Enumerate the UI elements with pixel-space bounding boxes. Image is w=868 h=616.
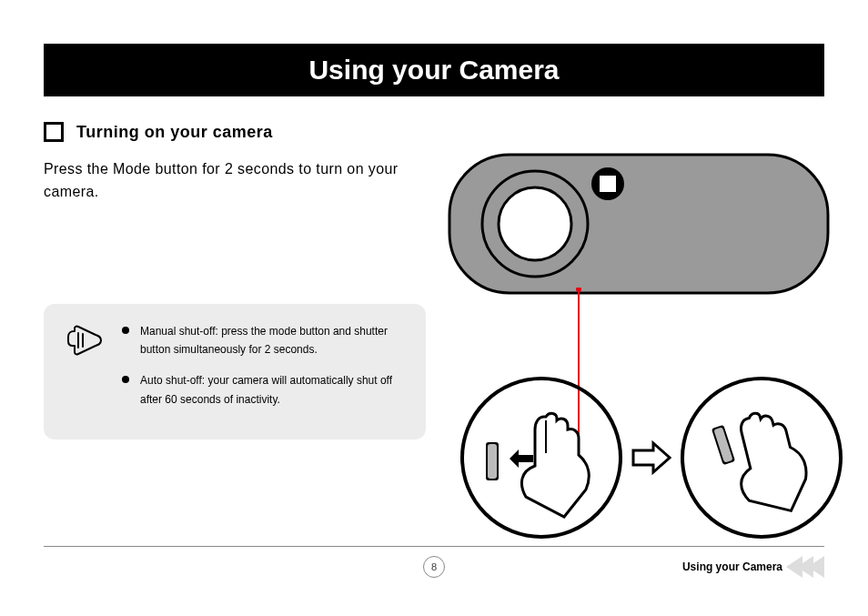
section-marker-icon <box>44 122 64 142</box>
next-arrow-icon <box>631 439 671 476</box>
page-title-banner: Using your Camera <box>44 44 824 96</box>
right-column <box>448 158 824 439</box>
page-footer: 8 Using your Camera <box>44 546 824 578</box>
step-2-circle <box>681 377 843 539</box>
note-list: Manual shut-off: press the mode button a… <box>122 322 406 422</box>
note-item: Auto shut-off: your camera will automati… <box>122 371 406 409</box>
step-illustrations <box>460 377 843 539</box>
footer-chevron-icon <box>792 556 824 578</box>
camera-illustration <box>448 153 830 295</box>
svg-rect-11 <box>488 444 497 479</box>
left-column: Press the Mode button for 2 seconds to t… <box>44 158 426 439</box>
note-item: Manual shut-off: press the mode button a… <box>122 322 406 359</box>
content-area: Press the Mode button for 2 seconds to t… <box>44 158 824 439</box>
step-1-circle <box>460 377 622 539</box>
footer-section-label: Using your Camera <box>682 560 782 573</box>
manual-page: Using your Camera Turning on your camera… <box>0 0 868 616</box>
svg-rect-6 <box>600 176 616 192</box>
instruction-paragraph: Press the Mode button for 2 seconds to t… <box>44 158 426 204</box>
note-callout: Manual shut-off: press the mode button a… <box>44 304 426 440</box>
section-title: Turning on your camera <box>76 123 273 142</box>
svg-point-9 <box>576 288 581 292</box>
button-pressed-icon <box>693 389 830 526</box>
svg-rect-13 <box>713 427 732 462</box>
svg-point-4 <box>499 187 571 260</box>
press-button-icon <box>473 389 610 526</box>
page-number: 8 <box>423 556 445 578</box>
pointing-hand-icon <box>64 322 106 422</box>
section-heading-row: Turning on your camera <box>44 122 824 142</box>
footer-right: Using your Camera <box>682 556 824 578</box>
